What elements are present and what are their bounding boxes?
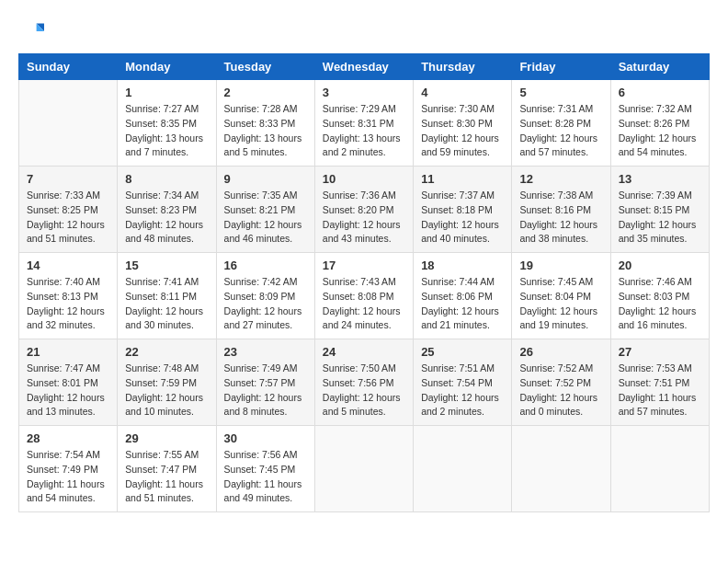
day-number: 28 — [27, 431, 109, 445]
weekday-header-friday: Friday — [512, 54, 610, 80]
calendar-cell: 21Sunrise: 7:47 AM Sunset: 8:01 PM Dayli… — [19, 339, 118, 426]
day-info: Sunrise: 7:46 AM Sunset: 8:03 PM Dayligh… — [619, 275, 701, 333]
calendar-cell: 30Sunrise: 7:56 AM Sunset: 7:45 PM Dayli… — [216, 426, 314, 512]
day-info: Sunrise: 7:41 AM Sunset: 8:11 PM Dayligh… — [125, 275, 208, 333]
week-row-4: 21Sunrise: 7:47 AM Sunset: 8:01 PM Dayli… — [19, 339, 710, 426]
weekday-header-thursday: Thursday — [414, 54, 512, 80]
day-number: 11 — [421, 172, 504, 186]
day-info: Sunrise: 7:51 AM Sunset: 7:54 PM Dayligh… — [421, 362, 504, 419]
day-info: Sunrise: 7:37 AM Sunset: 8:18 PM Dayligh… — [421, 189, 504, 247]
day-info: Sunrise: 7:33 AM Sunset: 8:25 PM Dayligh… — [27, 189, 109, 247]
day-info: Sunrise: 7:45 AM Sunset: 8:04 PM Dayligh… — [519, 275, 602, 333]
day-number: 5 — [519, 86, 602, 99]
day-number: 18 — [421, 259, 504, 272]
day-info: Sunrise: 7:43 AM Sunset: 8:08 PM Dayligh… — [323, 275, 405, 333]
logo-icon — [18, 18, 44, 44]
day-info: Sunrise: 7:55 AM Sunset: 7:47 PM Dayligh… — [125, 448, 208, 506]
calendar-cell: 11Sunrise: 7:37 AM Sunset: 8:18 PM Dayli… — [414, 167, 512, 253]
calendar-cell: 19Sunrise: 7:45 AM Sunset: 8:04 PM Dayli… — [512, 253, 610, 339]
day-number: 4 — [421, 86, 504, 99]
calendar-cell: 4Sunrise: 7:30 AM Sunset: 8:30 PM Daylig… — [414, 80, 512, 167]
calendar-cell: 2Sunrise: 7:28 AM Sunset: 8:33 PM Daylig… — [216, 80, 314, 167]
calendar-cell: 9Sunrise: 7:35 AM Sunset: 8:21 PM Daylig… — [216, 167, 314, 253]
day-info: Sunrise: 7:27 AM Sunset: 8:35 PM Dayligh… — [125, 102, 208, 160]
day-info: Sunrise: 7:28 AM Sunset: 8:33 PM Dayligh… — [224, 102, 307, 160]
day-number: 10 — [323, 172, 405, 186]
day-number: 13 — [619, 172, 701, 186]
calendar-cell — [19, 80, 118, 167]
calendar-cell — [314, 426, 413, 512]
day-info: Sunrise: 7:42 AM Sunset: 8:09 PM Dayligh… — [224, 275, 307, 333]
calendar-cell: 29Sunrise: 7:55 AM Sunset: 7:47 PM Dayli… — [118, 426, 216, 512]
page-header — [18, 18, 710, 44]
calendar-cell: 20Sunrise: 7:46 AM Sunset: 8:03 PM Dayli… — [610, 253, 709, 339]
day-number: 23 — [224, 345, 307, 359]
calendar-cell: 5Sunrise: 7:31 AM Sunset: 8:28 PM Daylig… — [512, 80, 610, 167]
day-number: 9 — [224, 172, 307, 186]
day-info: Sunrise: 7:50 AM Sunset: 7:56 PM Dayligh… — [323, 362, 405, 419]
day-info: Sunrise: 7:30 AM Sunset: 8:30 PM Dayligh… — [421, 102, 504, 160]
weekday-header-sunday: Sunday — [19, 54, 118, 80]
day-info: Sunrise: 7:35 AM Sunset: 8:21 PM Dayligh… — [224, 189, 307, 247]
day-number: 17 — [323, 259, 405, 272]
week-row-2: 7Sunrise: 7:33 AM Sunset: 8:25 PM Daylig… — [19, 167, 710, 253]
day-info: Sunrise: 7:40 AM Sunset: 8:13 PM Dayligh… — [27, 275, 109, 333]
calendar-cell: 16Sunrise: 7:42 AM Sunset: 8:09 PM Dayli… — [216, 253, 314, 339]
calendar-cell: 8Sunrise: 7:34 AM Sunset: 8:23 PM Daylig… — [118, 167, 216, 253]
calendar-cell — [610, 426, 709, 512]
day-info: Sunrise: 7:29 AM Sunset: 8:31 PM Dayligh… — [323, 102, 405, 160]
weekday-header-wednesday: Wednesday — [314, 54, 413, 80]
day-info: Sunrise: 7:34 AM Sunset: 8:23 PM Dayligh… — [125, 189, 208, 247]
calendar-cell: 15Sunrise: 7:41 AM Sunset: 8:11 PM Dayli… — [118, 253, 216, 339]
calendar-cell — [414, 426, 512, 512]
calendar-cell: 24Sunrise: 7:50 AM Sunset: 7:56 PM Dayli… — [314, 339, 413, 426]
day-number: 24 — [323, 345, 405, 359]
calendar-cell: 26Sunrise: 7:52 AM Sunset: 7:52 PM Dayli… — [512, 339, 610, 426]
day-info: Sunrise: 7:56 AM Sunset: 7:45 PM Dayligh… — [224, 448, 307, 506]
weekday-header-tuesday: Tuesday — [216, 54, 314, 80]
calendar-cell: 28Sunrise: 7:54 AM Sunset: 7:49 PM Dayli… — [19, 426, 118, 512]
day-info: Sunrise: 7:39 AM Sunset: 8:15 PM Dayligh… — [619, 189, 701, 247]
day-info: Sunrise: 7:31 AM Sunset: 8:28 PM Dayligh… — [519, 102, 602, 160]
day-number: 27 — [619, 345, 701, 359]
week-row-5: 28Sunrise: 7:54 AM Sunset: 7:49 PM Dayli… — [19, 426, 710, 512]
day-info: Sunrise: 7:53 AM Sunset: 7:51 PM Dayligh… — [619, 362, 701, 419]
calendar-cell: 18Sunrise: 7:44 AM Sunset: 8:06 PM Dayli… — [414, 253, 512, 339]
calendar-cell: 1Sunrise: 7:27 AM Sunset: 8:35 PM Daylig… — [118, 80, 216, 167]
day-number: 20 — [619, 259, 701, 272]
day-number: 8 — [125, 172, 208, 186]
calendar-cell: 22Sunrise: 7:48 AM Sunset: 7:59 PM Dayli… — [118, 339, 216, 426]
calendar-cell: 6Sunrise: 7:32 AM Sunset: 8:26 PM Daylig… — [610, 80, 709, 167]
day-number: 1 — [125, 86, 208, 99]
day-number: 19 — [519, 259, 602, 272]
weekday-header-saturday: Saturday — [610, 54, 709, 80]
day-number: 15 — [125, 259, 208, 272]
calendar-cell: 3Sunrise: 7:29 AM Sunset: 8:31 PM Daylig… — [314, 80, 413, 167]
day-number: 30 — [224, 431, 307, 445]
calendar-cell: 14Sunrise: 7:40 AM Sunset: 8:13 PM Dayli… — [19, 253, 118, 339]
day-number: 6 — [619, 86, 701, 99]
day-number: 14 — [27, 259, 109, 272]
calendar-cell: 13Sunrise: 7:39 AM Sunset: 8:15 PM Dayli… — [610, 167, 709, 253]
calendar-cell — [512, 426, 610, 512]
logo — [18, 18, 48, 44]
day-number: 7 — [27, 172, 109, 186]
calendar-cell: 7Sunrise: 7:33 AM Sunset: 8:25 PM Daylig… — [19, 167, 118, 253]
day-number: 21 — [27, 345, 109, 359]
calendar-cell: 23Sunrise: 7:49 AM Sunset: 7:57 PM Dayli… — [216, 339, 314, 426]
day-info: Sunrise: 7:36 AM Sunset: 8:20 PM Dayligh… — [323, 189, 405, 247]
day-number: 29 — [125, 431, 208, 445]
day-info: Sunrise: 7:49 AM Sunset: 7:57 PM Dayligh… — [224, 362, 307, 419]
day-info: Sunrise: 7:44 AM Sunset: 8:06 PM Dayligh… — [421, 275, 504, 333]
weekday-header-monday: Monday — [118, 54, 216, 80]
day-info: Sunrise: 7:47 AM Sunset: 8:01 PM Dayligh… — [27, 362, 109, 419]
calendar-cell: 27Sunrise: 7:53 AM Sunset: 7:51 PM Dayli… — [610, 339, 709, 426]
day-number: 25 — [421, 345, 504, 359]
day-number: 26 — [519, 345, 602, 359]
calendar-cell: 10Sunrise: 7:36 AM Sunset: 8:20 PM Dayli… — [314, 167, 413, 253]
day-info: Sunrise: 7:32 AM Sunset: 8:26 PM Dayligh… — [619, 102, 701, 160]
day-number: 22 — [125, 345, 208, 359]
day-info: Sunrise: 7:52 AM Sunset: 7:52 PM Dayligh… — [519, 362, 602, 419]
day-info: Sunrise: 7:54 AM Sunset: 7:49 PM Dayligh… — [27, 448, 109, 506]
day-number: 3 — [323, 86, 405, 99]
